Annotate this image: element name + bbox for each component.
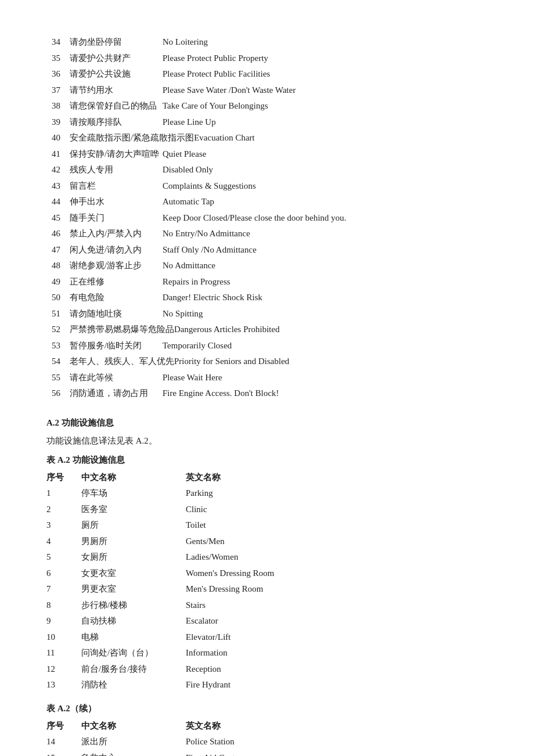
row-num: 3 bbox=[46, 518, 81, 533]
list-item-number: 45 bbox=[46, 211, 70, 226]
list-item-number: 35 bbox=[46, 51, 70, 66]
section-subtext: 功能设施信息译法见表 A.2。 bbox=[46, 433, 488, 449]
row-english: Police Station bbox=[186, 735, 488, 750]
header-num: 序号 bbox=[46, 470, 81, 485]
list-item: 50有电危险Danger! Electric Shock Risk bbox=[46, 290, 488, 305]
list-item: 52严禁携带易燃易爆等危险品Dangerous Articles Prohibi… bbox=[46, 322, 488, 337]
list-item-chinese: 请勿坐卧停留 bbox=[70, 35, 163, 50]
list-item: 53暂停服务/临时关闭Temporarily Closed bbox=[46, 339, 488, 354]
row-num: 6 bbox=[46, 566, 81, 581]
list-item: 46禁止入内/严禁入内No Entry/No Admittance bbox=[46, 226, 488, 242]
list-item: 41保持安静/请勿大声喧哗Quiet Please bbox=[46, 147, 488, 162]
row-english: Ladies/Women bbox=[186, 550, 488, 565]
list-item-english: Please Wait Here bbox=[163, 370, 488, 386]
numbered-list: 34请勿坐卧停留No Loitering35请爱护公共财产Please Prot… bbox=[46, 35, 488, 401]
list-item-chinese: 请按顺序排队 bbox=[70, 115, 163, 130]
row-chinese: 医务室 bbox=[81, 502, 186, 517]
list-item-number: 34 bbox=[46, 35, 70, 50]
row-chinese: 步行梯/楼梯 bbox=[81, 598, 186, 613]
row-num: 12 bbox=[46, 662, 81, 677]
list-item-english: Disabled Only bbox=[163, 163, 488, 178]
list-item: 34请勿坐卧停留No Loitering bbox=[46, 35, 488, 50]
list-item-chinese: 保持安静/请勿大声喧哗 bbox=[70, 147, 163, 162]
list-item-chinese: 请节约用水 bbox=[70, 83, 163, 98]
list-item-number: 47 bbox=[46, 243, 70, 258]
row-num: 13 bbox=[46, 678, 81, 693]
list-item-number: 40 bbox=[46, 131, 70, 146]
list-item: 42残疾人专用Disabled Only bbox=[46, 163, 488, 178]
continued-header-english: 英文名称 bbox=[186, 719, 488, 734]
list-item: 37请节约用水Please Save Water /Don't Waste Wa… bbox=[46, 83, 488, 98]
table-data-row: 12前台/服务台/接待Reception bbox=[46, 662, 488, 677]
header-chinese: 中文名称 bbox=[81, 470, 186, 485]
list-item-number: 55 bbox=[46, 370, 70, 386]
table-data-row: 9自动扶梯Escalator bbox=[46, 614, 488, 629]
row-english: Parking bbox=[186, 486, 488, 501]
list-item-english: Priority for Seniors and Disabled bbox=[174, 354, 488, 369]
row-num: 14 bbox=[46, 735, 81, 750]
continued-header-row: 序号中文名称英文名称 bbox=[46, 719, 488, 734]
row-english: Elevator/Lift bbox=[186, 630, 488, 645]
continued-header-num: 序号 bbox=[46, 719, 81, 734]
row-english: First Aid Center bbox=[186, 751, 488, 757]
list-item-number: 49 bbox=[46, 275, 70, 290]
list-item-number: 54 bbox=[46, 354, 70, 369]
row-num: 15 bbox=[46, 751, 81, 757]
table-data-row: 3厕所Toilet bbox=[46, 518, 488, 533]
list-item-english: Quiet Please bbox=[163, 147, 488, 162]
list-item-chinese: 请勿随地吐痰 bbox=[70, 307, 163, 322]
row-english: Reception bbox=[186, 662, 488, 677]
table-data-row: 4男厕所Gents/Men bbox=[46, 534, 488, 549]
list-item-chinese: 暂停服务/临时关闭 bbox=[70, 339, 163, 354]
list-item-chinese: 老年人、残疾人、军人优先 bbox=[70, 354, 174, 369]
row-english: Escalator bbox=[186, 614, 488, 629]
list-item-chinese: 严禁携带易燃易爆等危险品 bbox=[70, 322, 174, 337]
table-data-row: 8步行梯/楼梯Stairs bbox=[46, 598, 488, 613]
list-item-chinese: 正在维修 bbox=[70, 275, 163, 290]
table-data-row: 13消防栓Fire Hydrant bbox=[46, 678, 488, 693]
row-num: 1 bbox=[46, 486, 81, 501]
row-num: 8 bbox=[46, 598, 81, 613]
row-num: 4 bbox=[46, 534, 81, 549]
list-item-chinese: 留言栏 bbox=[70, 179, 163, 194]
list-item-number: 53 bbox=[46, 339, 70, 354]
row-english: Clinic bbox=[186, 502, 488, 517]
list-item-chinese: 禁止入内/严禁入内 bbox=[70, 226, 163, 242]
table-data-row: 1停车场Parking bbox=[46, 486, 488, 501]
list-item-english: Please Line Up bbox=[163, 115, 488, 130]
list-item: 44伸手出水Automatic Tap bbox=[46, 195, 488, 210]
list-item-number: 42 bbox=[46, 163, 70, 178]
list-item: 47闲人免进/请勿入内Staff Only /No Admittance bbox=[46, 243, 488, 258]
list-item-english: Staff Only /No Admittance bbox=[163, 243, 488, 258]
list-item: 49正在维修Repairs in Progress bbox=[46, 275, 488, 290]
list-item-english: Please Protect Public Property bbox=[163, 51, 488, 66]
table-title: 表 A.2 功能设施信息 bbox=[46, 452, 488, 468]
list-item-chinese: 请爱护公共财产 bbox=[70, 51, 163, 66]
list-item-english: Automatic Tap bbox=[163, 195, 488, 210]
row-chinese: 自动扶梯 bbox=[81, 614, 186, 629]
list-item-english: Please Protect Public Facilities bbox=[163, 67, 488, 82]
row-chinese: 男更衣室 bbox=[81, 582, 186, 597]
list-item-english: Dangerous Articles Prohibited bbox=[174, 322, 488, 337]
list-item: 45随手关门Keep Door Closed/Please close the … bbox=[46, 211, 488, 226]
row-num: 2 bbox=[46, 502, 81, 517]
list-item-english: No Admittance bbox=[163, 258, 488, 273]
list-item-english: Please Save Water /Don't Waste Water bbox=[163, 83, 488, 98]
list-item-chinese: 伸手出水 bbox=[70, 195, 163, 210]
list-item-number: 39 bbox=[46, 115, 70, 130]
row-chinese: 女更衣室 bbox=[81, 566, 186, 581]
list-item-english: No Entry/No Admittance bbox=[163, 226, 488, 242]
list-item: 40安全疏散指示图/紧急疏散指示图Evacuation Chart bbox=[46, 131, 488, 146]
row-chinese: 厕所 bbox=[81, 518, 186, 533]
list-item: 38请您保管好自己的物品Take Care of Your Belongings bbox=[46, 99, 488, 114]
continued-label: 表 A.2（续） bbox=[46, 701, 488, 717]
row-chinese: 女厕所 bbox=[81, 550, 186, 565]
row-num: 7 bbox=[46, 582, 81, 597]
list-item-number: 50 bbox=[46, 290, 70, 305]
list-item-number: 44 bbox=[46, 195, 70, 210]
continued-data-row: 14派出所Police Station bbox=[46, 735, 488, 750]
section-a2: A.2 功能设施信息功能设施信息译法见表 A.2。表 A.2 功能设施信息序号中… bbox=[46, 415, 488, 757]
row-chinese: 前台/服务台/接待 bbox=[81, 662, 186, 677]
table-data-row: 6女更衣室Women's Dressing Room bbox=[46, 566, 488, 581]
list-item-chinese: 有电危险 bbox=[70, 290, 163, 305]
